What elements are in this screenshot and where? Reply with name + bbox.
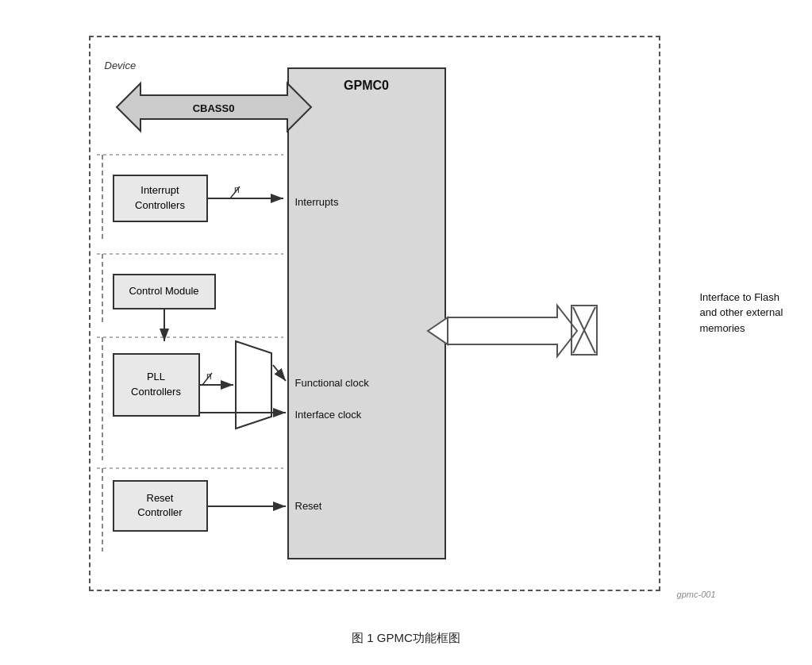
interrupt-controllers-box: InterruptControllers	[113, 175, 208, 222]
diagram-wrapper: Device GPMC0 InterruptControllers Contro…	[81, 20, 732, 623]
interface-right-text: Interface to Flashand other externalmemo…	[700, 291, 783, 334]
pll-controllers-box: PLLControllers	[113, 353, 200, 417]
diagram-id: gpmc-001	[677, 590, 716, 599]
control-box-label: Control Module	[129, 284, 198, 298]
caption: 图 1 GPMC功能框图	[352, 631, 460, 646]
interrupts-label: Interrupts	[295, 196, 339, 208]
interrupt-box-label: InterruptControllers	[135, 183, 185, 212]
reset-label: Reset	[295, 500, 322, 512]
gpmc-title: GPMC0	[289, 69, 444, 93]
control-module-box: Control Module	[113, 274, 216, 309]
device-label: Device	[105, 60, 137, 71]
pll-box-label: PLLControllers	[131, 370, 181, 398]
interface-right-label: Interface to Flashand other externalmemo…	[700, 290, 803, 336]
reset-box-label: ResetController	[137, 491, 182, 520]
reset-controller-box: ResetController	[113, 480, 208, 532]
interface-clock-label: Interface clock	[295, 409, 362, 421]
gpmc-block: GPMC0	[287, 67, 446, 559]
functional-clock-label: Functional clock	[295, 377, 369, 389]
page-container: Device GPMC0 InterruptControllers Contro…	[0, 0, 812, 665]
